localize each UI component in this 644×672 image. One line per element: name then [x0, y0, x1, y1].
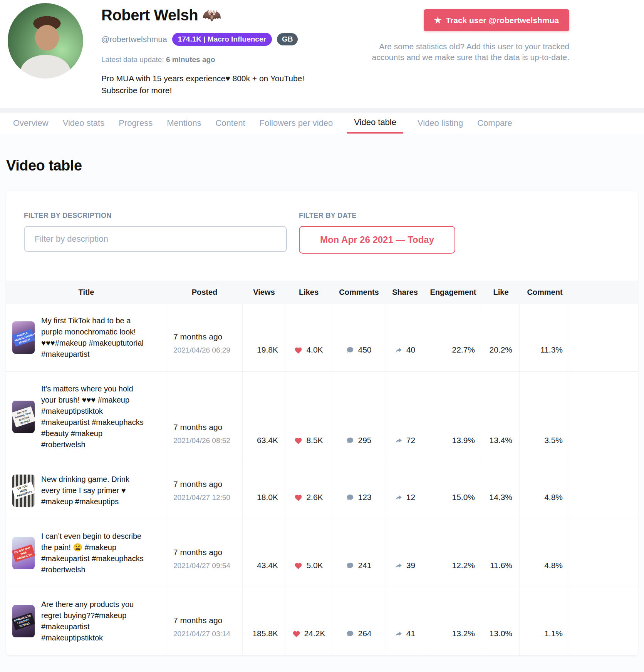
- page-title: Video table: [6, 134, 638, 191]
- share-icon: [394, 347, 403, 354]
- avatar: [8, 3, 83, 79]
- tab-video-listing[interactable]: Video listing: [418, 113, 463, 134]
- table-row: PURPLE MONOCHROMATIC MAKEUP My first Tik…: [6, 304, 638, 372]
- profile-name: Robert Welsh 🦇: [101, 6, 319, 24]
- likes-value: 24.2K: [304, 629, 325, 638]
- likes-value: 2.6K: [306, 493, 323, 502]
- filter-description-input[interactable]: [24, 226, 287, 252]
- video-thumbnail[interactable]: DO YOU NEED PRIMER???: [12, 475, 35, 507]
- share-icon: [394, 437, 403, 445]
- comment-icon: [346, 346, 354, 354]
- tab-video-stats[interactable]: Video stats: [63, 113, 104, 134]
- comments-value: 450: [358, 345, 371, 354]
- star-icon: ★: [434, 16, 442, 25]
- data-update-status: Latest data update: 6 minutes ago: [101, 55, 319, 64]
- tab-mentions[interactable]: Mentions: [167, 113, 201, 134]
- posted-date: 2021/04/26 06:29: [173, 346, 242, 354]
- video-table-card: FILTER BY DESCRIPTION FILTER BY DATE Mon…: [6, 191, 638, 655]
- column-header: Title: [6, 281, 166, 304]
- posted-relative: 7 months ago: [173, 480, 242, 489]
- heart-icon: [294, 437, 303, 445]
- tab-bar: OverviewVideo statsProgressMentionsConte…: [0, 113, 644, 134]
- video-thumbnail[interactable]: 5 PRODUCTS I REGRET BUYING: [12, 605, 35, 637]
- column-header: Engagement: [424, 281, 482, 304]
- tab-followers-per-video[interactable]: Followers per video: [260, 113, 333, 134]
- engagement-value: 13.9%: [424, 372, 482, 462]
- column-header: Likes: [285, 281, 332, 304]
- followers-badge: 174.1K | Macro Influencer: [172, 33, 272, 46]
- video-title[interactable]: My first TikTok had to be a purple monoc…: [41, 315, 146, 360]
- tab-progress[interactable]: Progress: [119, 113, 153, 134]
- table-row: 5 PRODUCTS I REGRET BUYING Are there any…: [6, 587, 638, 655]
- track-user-button[interactable]: ★ Track user @robertwelshmua: [424, 9, 569, 31]
- views-value: 43.4K: [243, 519, 285, 587]
- views-value: 185.8K: [243, 587, 285, 655]
- shares-value: 41: [406, 629, 415, 638]
- thumbnail-label: PURPLE MONOCHROMATIC MAKEUP: [12, 329, 35, 346]
- profile-username: @robertwelshmua: [101, 35, 167, 44]
- filter-date-label: FILTER BY DATE: [299, 212, 455, 220]
- table-row: Are you holding Your brushes Wrong? It’s…: [6, 372, 638, 462]
- share-icon: [394, 494, 403, 502]
- posted-date: 2021/04/26 08:52: [173, 436, 242, 445]
- track-hint-text: Are some statistics old? Add this user t…: [359, 41, 569, 63]
- heart-icon: [294, 562, 303, 570]
- comment-rate-value: 4.8%: [520, 519, 570, 587]
- shares-value: 72: [406, 436, 415, 445]
- filter-bar: FILTER BY DESCRIPTION FILTER BY DATE Mon…: [6, 212, 638, 254]
- country-badge: GB: [277, 33, 298, 45]
- tab-content[interactable]: Content: [215, 113, 245, 134]
- tab-compare[interactable]: Compare: [477, 113, 512, 134]
- video-title[interactable]: Are there any products you regret buying…: [41, 599, 146, 644]
- column-header: Comment: [520, 281, 570, 304]
- engagement-value: 15.0%: [424, 462, 482, 519]
- posted-date: 2021/04/27 03:14: [173, 630, 242, 638]
- comment-rate-value: 3.5%: [520, 372, 570, 462]
- like-rate-value: 20.2%: [482, 304, 520, 371]
- comments-value: 123: [358, 493, 371, 502]
- thumbnail-label: DO YOU NEED PRIMER???: [12, 481, 35, 499]
- video-thumbnail[interactable]: DO NOT BUY THIS PRODUCT!!: [12, 537, 35, 569]
- column-header: Shares: [386, 281, 424, 304]
- engagement-value: 13.2%: [424, 587, 482, 655]
- comment-icon: [346, 562, 354, 570]
- video-thumbnail[interactable]: PURPLE MONOCHROMATIC MAKEUP: [12, 321, 35, 354]
- thumbnail-label: Are you holding Your brushes Wrong?: [12, 406, 35, 428]
- row-spacer: [570, 519, 638, 587]
- likes-value: 8.5K: [306, 436, 323, 445]
- video-title[interactable]: New drinking game. Drink every time I sa…: [41, 474, 146, 507]
- tab-video-table[interactable]: Video table: [347, 113, 403, 134]
- comment-rate-value: 11.3%: [520, 304, 570, 371]
- like-rate-value: 13.0%: [482, 587, 520, 655]
- engagement-value: 22.7%: [424, 304, 482, 371]
- shares-value: 40: [406, 345, 415, 354]
- shares-value: 12: [406, 493, 415, 502]
- track-button-label: Track user @robertwelshmua: [446, 16, 559, 25]
- views-value: 19.8K: [243, 304, 285, 371]
- share-icon: [394, 630, 403, 638]
- thumbnail-label: DO NOT BUY THIS PRODUCT!!: [12, 544, 35, 562]
- comments-value: 295: [358, 436, 371, 445]
- date-range-button[interactable]: Mon Apr 26 2021 — Today: [299, 226, 455, 254]
- table-row: DO NOT BUY THIS PRODUCT!! I can’t even b…: [6, 519, 638, 587]
- column-header: Like: [482, 281, 520, 304]
- video-title[interactable]: It’s matters where you hold your brush! …: [41, 383, 146, 450]
- tab-overview[interactable]: Overview: [13, 113, 49, 134]
- thumbnail-label: 5 PRODUCTS I REGRET BUYING: [12, 612, 35, 630]
- column-header: Comments: [332, 281, 386, 304]
- video-title[interactable]: I can’t even begin to describe the pain!…: [41, 531, 146, 575]
- row-spacer: [570, 587, 638, 655]
- comments-value: 241: [358, 561, 371, 570]
- filter-description-label: FILTER BY DESCRIPTION: [24, 212, 299, 220]
- row-spacer: [570, 462, 638, 519]
- likes-value: 4.0K: [306, 345, 323, 354]
- posted-date: 2021/04/27 12:50: [173, 493, 242, 502]
- video-thumbnail[interactable]: Are you holding Your brushes Wrong?: [12, 401, 35, 433]
- share-icon: [394, 562, 403, 570]
- shares-value: 39: [406, 561, 415, 570]
- comment-rate-value: 4.8%: [520, 462, 570, 519]
- posted-date: 2021/04/27 09:54: [173, 562, 242, 570]
- like-rate-value: 14.3%: [482, 462, 520, 519]
- like-rate-value: 11.6%: [482, 519, 520, 587]
- comment-icon: [346, 493, 354, 502]
